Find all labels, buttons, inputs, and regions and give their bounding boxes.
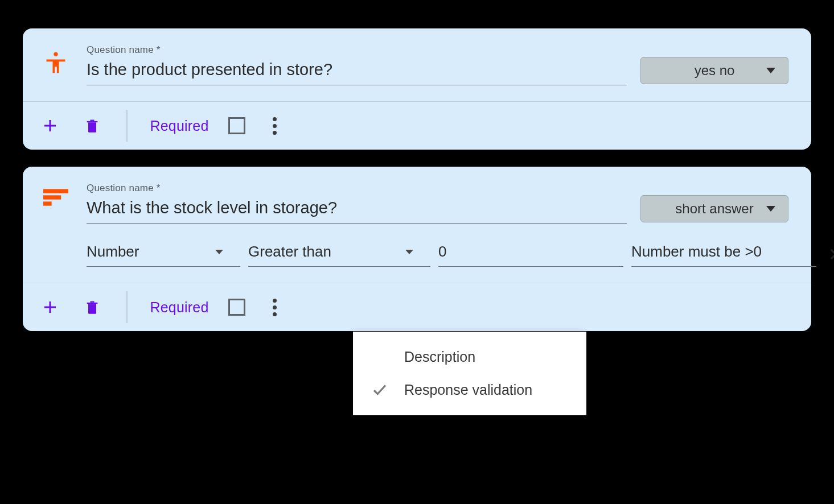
required-label: Required xyxy=(150,118,209,134)
chevron-down-icon xyxy=(766,68,775,73)
question-body: Question name * xyxy=(87,44,627,85)
validation-condition-value: Greater than xyxy=(248,243,331,261)
svg-rect-3 xyxy=(43,201,52,205)
check-icon xyxy=(370,381,389,398)
question-body: Question name * xyxy=(87,183,627,224)
question-type-value: yes no xyxy=(695,63,735,79)
question-type-value: short answer xyxy=(675,201,753,217)
required-checkbox[interactable] xyxy=(228,117,245,134)
chevron-down-icon xyxy=(405,250,413,254)
validation-value-input[interactable] xyxy=(438,239,623,267)
question-type-select[interactable]: short answer xyxy=(640,195,788,222)
question-type-container: short answer xyxy=(640,183,788,222)
menu-item-label: Description xyxy=(404,349,475,365)
validation-error-message-input[interactable] xyxy=(631,239,816,267)
question-footer: Required xyxy=(23,283,811,331)
question-card: Question name * yes no xyxy=(23,28,811,150)
add-button[interactable] xyxy=(39,114,61,137)
question-header: Question name * short answer xyxy=(23,167,811,239)
validation-type-value: Number xyxy=(87,243,139,261)
svg-rect-2 xyxy=(43,195,61,199)
validation-condition-select[interactable]: Greater than xyxy=(248,239,430,267)
more-options-button[interactable] xyxy=(265,295,285,320)
svg-point-0 xyxy=(54,52,57,56)
remove-validation-button[interactable] xyxy=(824,246,834,267)
question-name-label: Question name * xyxy=(87,44,627,56)
question-card: Question name * short answer Number Grea… xyxy=(23,167,811,331)
delete-button[interactable] xyxy=(81,114,104,137)
validation-row: Number Greater than xyxy=(23,239,811,283)
short-text-icon xyxy=(39,183,73,206)
menu-item-description[interactable]: Description xyxy=(353,341,586,373)
divider xyxy=(126,110,128,142)
chevron-down-icon xyxy=(766,206,775,212)
delete-button[interactable] xyxy=(81,296,104,319)
question-type-select[interactable]: yes no xyxy=(640,57,788,84)
required-label: Required xyxy=(150,299,209,316)
question-name-input[interactable] xyxy=(87,196,627,224)
divider xyxy=(126,291,128,323)
person-icon xyxy=(39,44,73,75)
menu-item-label: Response validation xyxy=(404,382,532,398)
validation-type-select[interactable]: Number xyxy=(87,239,240,267)
required-checkbox[interactable] xyxy=(228,299,245,316)
question-footer: Required xyxy=(23,101,811,150)
chevron-down-icon xyxy=(215,250,223,254)
question-type-container: yes no xyxy=(640,44,788,84)
question-name-label: Question name * xyxy=(87,183,627,194)
svg-rect-1 xyxy=(43,189,68,193)
more-options-menu: Description Response validation xyxy=(353,332,586,415)
more-options-button[interactable] xyxy=(265,114,285,138)
menu-item-response-validation[interactable]: Response validation xyxy=(353,373,586,406)
question-header: Question name * yes no xyxy=(23,28,811,101)
add-button[interactable] xyxy=(39,296,61,319)
question-name-input[interactable] xyxy=(87,58,627,85)
